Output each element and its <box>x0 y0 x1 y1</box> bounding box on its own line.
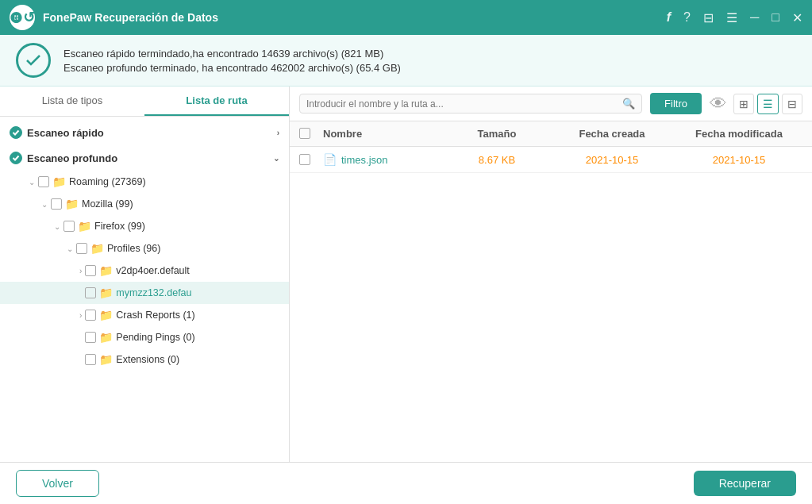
view-columns-button[interactable]: ⊟ <box>782 94 802 114</box>
deep-scan-chevron: ⌄ <box>273 154 279 163</box>
profiles-label: Profiles (96) <box>107 243 283 254</box>
row-check[interactable] <box>299 154 323 165</box>
statusbar: Escaneo rápido termindado,ha encontrado … <box>0 35 812 87</box>
tree-area: Escaneo rápido › Escaneo profundo ⌄ ⌄ 📁 … <box>0 117 289 462</box>
file-name: 📄 times.json <box>323 153 445 166</box>
v2dp4oer-label: v2dp4oer.default <box>116 265 283 276</box>
firefox-check[interactable] <box>63 221 75 232</box>
mymzz132-check[interactable] <box>85 287 96 298</box>
extensions-check[interactable] <box>85 354 96 365</box>
tree-item-mozilla[interactable]: ⌄ 📁 Mozilla (99) <box>0 193 289 215</box>
back-button[interactable]: Volver <box>16 470 99 497</box>
mozilla-arrow[interactable]: ⌄ <box>41 200 48 209</box>
mozilla-check[interactable] <box>51 198 62 210</box>
mozilla-folder-icon: 📁 <box>65 198 79 210</box>
tree-item-firefox[interactable]: ⌄ 📁 Firefox (99) <box>0 215 289 237</box>
profiles-check[interactable] <box>76 243 87 254</box>
header-date-created: Fecha creada <box>548 128 675 140</box>
right-panel: 🔍 Filtro 👁 ⊞ ☰ ⊟ Nombre Tamaño Fecha cre… <box>290 87 812 462</box>
crash-reports-arrow[interactable]: › <box>79 311 82 320</box>
titlebar-actions: f ? ⊟ ☰ ─ □ ✕ <box>667 10 802 25</box>
v2dp4oer-folder-icon: 📁 <box>99 264 113 277</box>
header-check[interactable] <box>299 128 323 140</box>
tree-item-mymzz132[interactable]: › 📁 mymzz132.defau <box>0 282 289 304</box>
section-deep-scan[interactable]: Escaneo profundo ⌄ <box>0 145 289 171</box>
search-box[interactable]: 🔍 <box>299 94 642 113</box>
tab-path-list[interactable]: Lista de ruta <box>144 87 289 116</box>
titlebar: ↩ ↺ FonePaw Recuperación de Datos f ? ⊟ … <box>0 0 812 35</box>
search-icon: 🔍 <box>622 98 635 110</box>
facebook-icon[interactable]: f <box>667 10 671 25</box>
header-date-modified: Fecha modificada <box>675 128 802 140</box>
status-texts: Escaneo rápido termindado,ha encontrado … <box>63 48 401 74</box>
crash-reports-label: Crash Reports (1) <box>116 310 283 321</box>
app-title: FonePaw Recuperación de Datos <box>43 11 667 24</box>
roaming-check[interactable] <box>38 176 49 187</box>
table-row[interactable]: 📄 times.json 8.67 KB 2021-10-15 2021-10-… <box>290 147 812 173</box>
table-header: Nombre Tamaño Fecha creada Fecha modific… <box>290 121 812 147</box>
pending-pings-check[interactable] <box>85 332 96 343</box>
search-input[interactable] <box>306 98 618 110</box>
v2dp4oer-arrow[interactable]: › <box>79 267 82 275</box>
status-icon <box>16 43 51 78</box>
file-icon: 📄 <box>323 153 337 166</box>
left-panel: Lista de tipos Lista de ruta Escaneo ráp… <box>0 87 290 462</box>
roaming-label: Roaming (27369) <box>69 176 283 187</box>
view-icons: 👁 ⊞ ☰ ⊟ <box>710 94 802 114</box>
quick-scan-check <box>10 126 22 139</box>
extensions-folder-icon: 📁 <box>99 353 113 366</box>
minimize-icon[interactable]: ─ <box>750 10 759 25</box>
file-date-created: 2021-10-15 <box>548 154 675 166</box>
tree-item-profiles[interactable]: ⌄ 📁 Profiles (96) <box>0 237 289 260</box>
firefox-label: Firefox (99) <box>94 221 283 232</box>
header-name: Nombre <box>323 128 445 140</box>
tree-item-crash-reports[interactable]: › 📁 Crash Reports (1) <box>0 304 289 326</box>
section-quick-scan[interactable]: Escaneo rápido › <box>0 120 289 145</box>
help-icon[interactable]: ? <box>683 10 691 25</box>
profiles-arrow[interactable]: ⌄ <box>67 244 73 253</box>
view-grid-button[interactable]: ⊞ <box>733 94 754 114</box>
recover-button[interactable]: Recuperar <box>694 471 796 496</box>
deep-scan-label: Escaneo profundo <box>27 152 117 164</box>
preview-icon[interactable]: 👁 <box>710 94 727 114</box>
pending-pings-folder-icon: 📁 <box>99 331 113 344</box>
file-size: 8.67 KB <box>445 154 548 166</box>
tabs: Lista de tipos Lista de ruta <box>0 87 289 117</box>
quick-scan-chevron: › <box>277 129 279 137</box>
view-list-button[interactable]: ☰ <box>757 94 779 114</box>
menu-icon[interactable]: ☰ <box>726 10 737 25</box>
status-line2: Escaneo profundo terminado, ha encontrad… <box>63 62 401 74</box>
tab-type-list[interactable]: Lista de tipos <box>0 87 144 116</box>
close-icon[interactable]: ✕ <box>792 10 802 25</box>
roaming-folder-icon: 📁 <box>52 175 66 188</box>
file-name-text: times.json <box>341 154 388 166</box>
mozilla-label: Mozilla (99) <box>82 198 283 210</box>
status-line1: Escaneo rápido termindado,ha encontrado … <box>63 48 401 60</box>
extensions-label: Extensions (0) <box>116 354 283 365</box>
tree-item-roaming[interactable]: ⌄ 📁 Roaming (27369) <box>0 171 289 193</box>
roaming-arrow[interactable]: ⌄ <box>29 178 35 187</box>
header-size: Tamaño <box>445 128 548 140</box>
tree-item-extensions[interactable]: › 📁 Extensions (0) <box>0 348 289 371</box>
quick-scan-label: Escaneo rápido <box>27 127 104 139</box>
bottom-bar: Volver Recuperar <box>0 462 812 503</box>
save-icon[interactable]: ⊟ <box>703 10 714 25</box>
maximize-icon[interactable]: □ <box>772 10 779 25</box>
crash-reports-check[interactable] <box>85 310 96 321</box>
crash-reports-folder-icon: 📁 <box>99 309 113 321</box>
v2dp4oer-check[interactable] <box>85 265 96 276</box>
mymzz132-folder-icon: 📁 <box>99 287 113 299</box>
firefox-arrow[interactable]: ⌄ <box>54 222 60 231</box>
pending-pings-label: Pending Pings (0) <box>116 332 283 343</box>
tree-item-pending-pings[interactable]: › 📁 Pending Pings (0) <box>0 326 289 348</box>
filter-button[interactable]: Filtro <box>650 93 702 114</box>
tree-item-v2dp4oer[interactable]: › 📁 v2dp4oer.default <box>0 260 289 282</box>
profiles-folder-icon: 📁 <box>90 242 104 255</box>
toolbar: 🔍 Filtro 👁 ⊞ ☰ ⊟ <box>290 87 812 121</box>
app-logo: ↩ ↺ <box>10 5 35 30</box>
mymzz132-label: mymzz132.defau <box>116 287 283 298</box>
deep-scan-check <box>10 152 22 164</box>
svg-text:↩: ↩ <box>14 15 19 21</box>
main-area: Lista de tipos Lista de ruta Escaneo ráp… <box>0 87 812 462</box>
file-table: Nombre Tamaño Fecha creada Fecha modific… <box>290 121 812 462</box>
